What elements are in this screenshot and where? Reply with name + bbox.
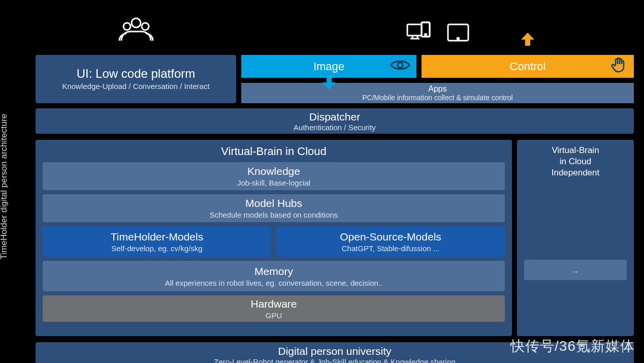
image-control-row: Image Control — [241, 55, 634, 78]
ui-platform-box: UI: Low code platform Knowledge-Upload /… — [36, 55, 236, 103]
hardware-box: Hardware GPU — [43, 295, 505, 322]
diagram-stage: UI: Low code platform Knowledge-Upload /… — [36, 15, 634, 358]
virtual-brain-row: Virtual-Brain in Cloud Knowledge Job-ski… — [36, 140, 634, 336]
independent-line2: in Cloud — [552, 156, 600, 167]
control-label: Control — [510, 60, 546, 73]
svg-rect-10 — [327, 76, 332, 82]
top-icons-row — [36, 15, 634, 45]
independent-line1: Virtual-Brain — [552, 145, 600, 156]
memory-subtitle: All experiences in robot lives, eg. conv… — [165, 279, 383, 287]
svg-point-8 — [457, 38, 459, 40]
virtual-brain-container: Virtual-Brain in Cloud Knowledge Job-ski… — [36, 140, 512, 336]
hardware-subtitle: GPU — [266, 311, 282, 320]
platform-row: UI: Low code platform Knowledge-Upload /… — [36, 55, 634, 103]
model-hubs-box: Model Hubs Schedule models based on cond… — [43, 194, 505, 222]
models-row: TimeHolder-Models Self-develop, eg. cv/k… — [43, 226, 505, 257]
university-title: Digital person university — [278, 345, 392, 357]
svg-point-6 — [425, 34, 426, 36]
timeholder-models-subtitle: Self-develop, eg. cv/kg/skg — [111, 244, 202, 253]
hardware-title: Hardware — [250, 298, 297, 310]
tablet-icon — [446, 22, 470, 45]
svg-point-0 — [132, 18, 141, 27]
apps-subtitle: PC/Mobile information collect & simulate… — [362, 94, 512, 102]
ui-platform-title: UI: Low code platform — [77, 67, 195, 81]
memory-box: Memory All experiences in robot lives, e… — [43, 261, 505, 291]
people-icon — [118, 16, 154, 45]
ui-platform-subtitle: Knowledge-Upload / Conversation / Intera… — [62, 82, 209, 90]
virtual-brain-stack: Knowledge Job-skill, Base-logcial Model … — [43, 162, 505, 330]
control-box: Control — [422, 55, 634, 78]
independent-box: Virtual-Brain in Cloud Independent .. — [517, 140, 634, 336]
open-source-models-subtitle: ChatGPT, Stable-difussion ... — [342, 244, 440, 253]
image-box: Image — [241, 55, 416, 78]
independent-line3: Independent — [552, 167, 600, 178]
up-arrow-icon — [520, 33, 535, 49]
svg-point-9 — [398, 63, 403, 68]
knowledge-box: Knowledge Job-skill, Base-logcial — [43, 162, 505, 190]
svg-rect-11 — [525, 40, 530, 46]
open-source-models-title: Open-Source-Models — [340, 231, 441, 243]
timeholder-models-title: TimeHolder-Models — [111, 231, 203, 243]
desktop-mobile-icon — [405, 20, 432, 45]
svg-point-1 — [123, 23, 131, 30]
image-label: Image — [313, 60, 344, 73]
knowledge-title: Knowledge — [247, 165, 300, 177]
apps-title: Apps — [428, 84, 446, 94]
independent-inner-box: .. — [524, 260, 627, 280]
model-hubs-subtitle: Schedule models based on conditions — [210, 210, 338, 219]
device-icons-container — [241, 15, 634, 45]
svg-point-2 — [142, 23, 149, 30]
dispatcher-subtitle: Authentication / Security — [294, 123, 376, 132]
memory-title: Memory — [254, 265, 293, 278]
svg-rect-3 — [407, 24, 423, 36]
university-subtitle: Zero-Level-Robot generator & Job-Skill e… — [214, 357, 455, 364]
apps-box: Apps PC/Mobile information collect & sim… — [241, 83, 634, 103]
university-box: Digital person university Zero-Level-Rob… — [36, 342, 634, 363]
sidebar-title: TimeHolder digital person architecture — [0, 114, 9, 260]
hand-cursor-icon — [609, 56, 628, 77]
dispatcher-title: Dispatcher — [309, 111, 360, 123]
timeholder-models-box: TimeHolder-Models Self-develop, eg. cv/k… — [43, 226, 271, 257]
model-hubs-title: Model Hubs — [245, 197, 302, 209]
image-control-column: Image Control — [241, 55, 634, 103]
dispatcher-box: Dispatcher Authentication / Security — [36, 108, 634, 134]
eye-icon — [390, 58, 410, 75]
virtual-brain-title: Virtual-Brain in Cloud — [43, 145, 505, 158]
people-icon-container — [36, 15, 236, 45]
open-source-models-box: Open-Source-Models ChatGPT, Stable-difus… — [276, 226, 505, 257]
knowledge-subtitle: Job-skill, Base-logcial — [237, 178, 310, 187]
down-arrow-icon — [321, 76, 337, 93]
